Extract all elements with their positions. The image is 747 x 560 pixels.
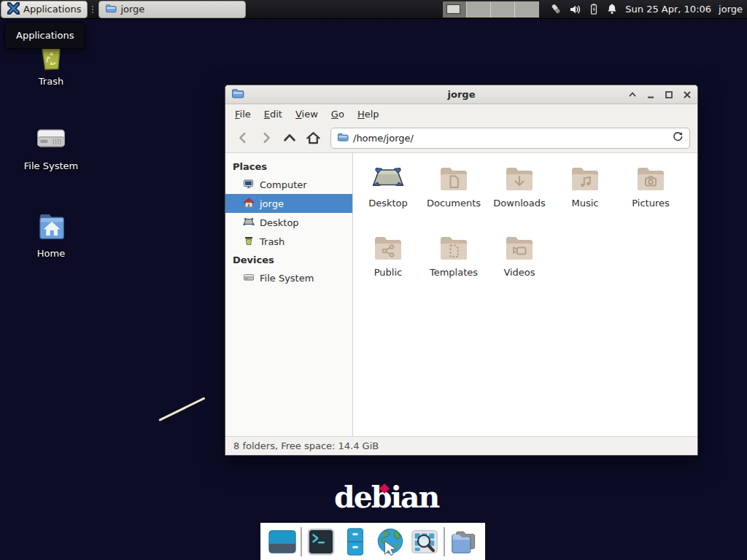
removable-device-icon[interactable] xyxy=(549,3,562,15)
xfce-logo-icon xyxy=(7,2,20,17)
folder-item-desktop[interactable]: Desktop xyxy=(355,160,421,230)
desktop-icon-label: File System xyxy=(16,160,86,171)
folder-label: Music xyxy=(552,198,618,209)
folder-item-templates[interactable]: Templates xyxy=(421,230,487,299)
folder-label: Public xyxy=(355,267,421,278)
application-finder-icon xyxy=(409,526,440,557)
close-button[interactable] xyxy=(683,90,692,99)
panel-user-label[interactable]: jorge xyxy=(719,4,743,15)
workspace-switcher xyxy=(443,1,539,18)
back-button[interactable] xyxy=(233,128,253,148)
forward-button[interactable] xyxy=(256,128,276,148)
folder-label: Templates xyxy=(421,267,487,278)
application-finder-launcher[interactable] xyxy=(409,526,441,558)
minimize-button[interactable] xyxy=(646,90,655,99)
desktop-icon-home[interactable]: Home xyxy=(16,207,86,259)
location-folder-icon xyxy=(337,131,349,145)
workspace-window-thumb xyxy=(446,4,460,14)
folder-item-public[interactable]: Public xyxy=(355,230,421,299)
templates-folder-icon xyxy=(436,230,471,265)
file-manager-launcher[interactable] xyxy=(339,526,371,558)
folder-item-downloads[interactable]: Downloads xyxy=(487,160,552,230)
stray-line-artifact xyxy=(158,397,205,421)
home-folder-icon xyxy=(32,207,70,245)
dock-separator xyxy=(301,527,302,556)
folder-item-music[interactable]: Music xyxy=(552,160,618,230)
location-bar[interactable]: /home/jorge/ xyxy=(330,128,690,149)
sidebar-item-computer[interactable]: Computer xyxy=(225,175,352,194)
menu-help[interactable]: Help xyxy=(351,106,386,122)
directory-folder-icon xyxy=(448,526,479,557)
folder-item-documents[interactable]: Documents xyxy=(421,160,487,230)
folder-label: Videos xyxy=(487,267,552,278)
sidebar-item-label: Desktop xyxy=(260,217,299,228)
applications-menu-button[interactable]: Applications xyxy=(1,1,88,18)
hard-drive-icon xyxy=(32,120,70,158)
up-button[interactable] xyxy=(279,128,300,148)
desktop-icon-file-system[interactable]: File System xyxy=(16,120,86,171)
terminal-icon xyxy=(306,526,336,557)
sidebar-header-places: Places xyxy=(225,158,352,175)
sidebar-item-jorge[interactable]: jorge xyxy=(225,194,352,213)
workspace-4[interactable] xyxy=(515,1,539,18)
desktop-icon-label: Home xyxy=(16,248,86,259)
status-text: 8 folders, Free space: 14.4 GiB xyxy=(233,440,379,451)
taskbar-window-button[interactable]: jorge xyxy=(98,1,246,18)
volume-icon[interactable] xyxy=(569,4,581,15)
toolbar: /home/jorge/ xyxy=(225,123,697,153)
battery-icon[interactable] xyxy=(588,3,600,15)
menu-view[interactable]: View xyxy=(289,106,325,122)
workspace-1[interactable] xyxy=(443,1,467,18)
folder-label: Desktop xyxy=(355,198,421,209)
desktop-icon xyxy=(243,216,255,230)
file-list: Desktop Documents Downloads xyxy=(353,153,697,436)
panel-clock[interactable]: Sun 25 Apr, 10:06 xyxy=(625,4,711,15)
window-titlebar[interactable]: jorge xyxy=(225,85,697,104)
directory-menu-button[interactable] xyxy=(447,526,479,558)
system-tray xyxy=(549,3,618,15)
sidebar-item-desktop[interactable]: Desktop xyxy=(225,213,352,232)
folder-icon xyxy=(105,2,117,16)
panel-separator-handle[interactable] xyxy=(89,3,96,16)
sidebar-item-file-system[interactable]: File System xyxy=(225,268,352,287)
public-folder-icon xyxy=(371,230,406,265)
computer-icon xyxy=(243,178,255,192)
music-folder-icon xyxy=(568,160,603,195)
folder-item-pictures[interactable]: Pictures xyxy=(618,160,684,230)
sidebar-item-trash[interactable]: Trash xyxy=(225,232,352,251)
menu-file[interactable]: File xyxy=(228,106,258,122)
menu-edit[interactable]: Edit xyxy=(258,106,289,122)
top-panel: Applications jorge xyxy=(0,0,747,19)
show-desktop-icon xyxy=(267,526,298,557)
home-icon xyxy=(243,197,255,211)
home-button[interactable] xyxy=(303,128,323,148)
file-cabinet-icon xyxy=(340,526,371,557)
shade-button[interactable] xyxy=(628,90,637,99)
folder-item-videos[interactable]: Videos xyxy=(487,230,552,299)
notifications-bell-icon[interactable] xyxy=(606,3,618,15)
desktop-special-icon xyxy=(371,160,406,195)
web-browser-launcher[interactable] xyxy=(374,526,406,558)
location-path[interactable]: /home/jorge/ xyxy=(353,133,667,144)
menu-go[interactable]: Go xyxy=(325,106,351,122)
debian-logo: debian xyxy=(334,481,438,514)
sidebar-item-label: Computer xyxy=(260,179,307,190)
desktop-icon-label: Trash xyxy=(16,76,86,87)
sidebar-item-label: Trash xyxy=(260,236,285,247)
drive-small-icon xyxy=(243,271,255,285)
show-desktop-button[interactable] xyxy=(266,526,298,558)
taskbar-window-label: jorge xyxy=(120,4,144,15)
reload-icon[interactable] xyxy=(672,131,684,145)
sidebar-header-devices: Devices xyxy=(225,251,352,268)
documents-folder-icon xyxy=(436,160,471,195)
terminal-launcher[interactable] xyxy=(305,526,337,558)
maximize-button[interactable] xyxy=(665,90,673,99)
applications-menu-label: Applications xyxy=(23,4,81,15)
pictures-folder-icon xyxy=(633,160,668,195)
videos-folder-icon xyxy=(502,230,537,265)
workspace-2[interactable] xyxy=(467,1,491,18)
bottom-dock xyxy=(260,523,485,560)
window-folder-icon xyxy=(231,87,244,102)
workspace-3[interactable] xyxy=(491,1,515,18)
sidebar-item-label: File System xyxy=(260,273,314,284)
